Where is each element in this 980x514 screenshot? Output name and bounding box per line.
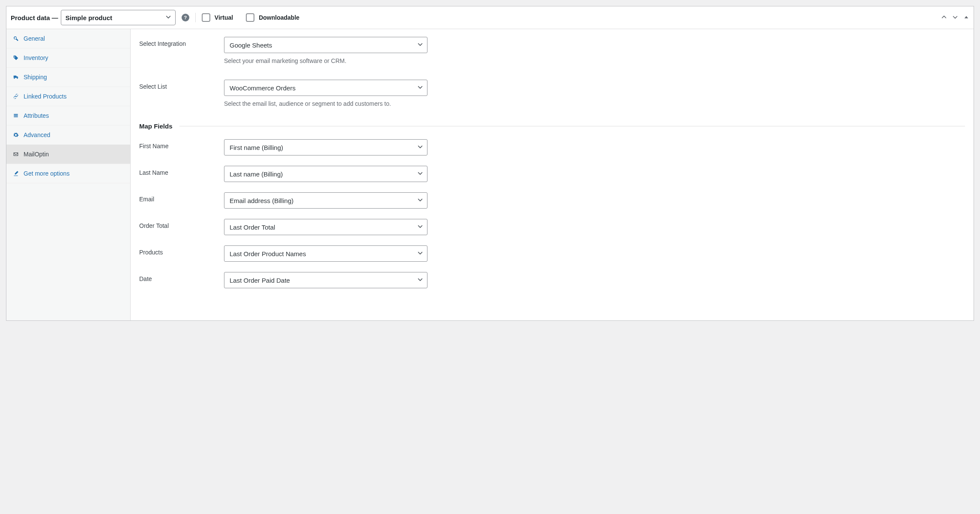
map-field-date-dropdown[interactable]: Last Order Paid Date xyxy=(224,272,427,288)
map-fields-title: Map Fields xyxy=(139,123,173,130)
divider xyxy=(179,126,965,126)
sidebar-item-label: Linked Products xyxy=(24,93,66,100)
sidebar-item-general[interactable]: General xyxy=(6,29,130,48)
mail-icon xyxy=(12,151,19,157)
map-field-first-name-dropdown[interactable]: First name (Billing) xyxy=(224,139,427,155)
virtual-checkbox-group[interactable]: Virtual xyxy=(202,13,233,22)
map-field-label: First Name xyxy=(139,139,224,149)
sidebar-item-label: Get more options xyxy=(24,170,69,177)
sidebar-item-linked-products[interactable]: Linked Products xyxy=(6,87,130,106)
select-list-help: Select the email list, audience or segme… xyxy=(224,100,427,107)
move-down-icon[interactable] xyxy=(952,14,958,21)
product-data-tabs: General Inventory Shipping Linked Produc… xyxy=(6,29,131,320)
sidebar-item-label: General xyxy=(24,35,45,42)
virtual-checkbox[interactable] xyxy=(202,13,210,22)
sidebar-item-inventory[interactable]: Inventory xyxy=(6,48,130,68)
panel-header: Product data — Simple product ? Virtual … xyxy=(6,6,974,29)
downloadable-label: Downloadable xyxy=(259,14,299,21)
help-icon[interactable]: ? xyxy=(182,14,189,21)
map-field-label: Last Name xyxy=(139,166,224,176)
map-field-label: Products xyxy=(139,245,224,256)
map-field-products-dropdown[interactable]: Last Order Product Names xyxy=(224,245,427,262)
sidebar-item-attributes[interactable]: Attributes xyxy=(6,106,130,126)
sidebar-item-advanced[interactable]: Advanced xyxy=(6,126,130,145)
tag-icon xyxy=(12,55,19,61)
sidebar-item-label: MailOptin xyxy=(24,151,49,158)
sidebar-item-label: Shipping xyxy=(24,74,47,81)
wrench-icon xyxy=(12,36,19,42)
sidebar-item-more-options[interactable]: Get more options xyxy=(6,164,130,183)
map-field-label: Email xyxy=(139,192,224,203)
link-icon xyxy=(12,93,19,99)
divider xyxy=(195,13,196,22)
sidebar-item-label: Inventory xyxy=(24,54,48,61)
map-fields-heading: Map Fields xyxy=(139,123,965,130)
collapse-icon[interactable] xyxy=(963,14,969,21)
product-data-panel: Product data — Simple product ? Virtual … xyxy=(6,6,974,321)
truck-icon xyxy=(12,74,19,80)
panel-content: Select Integration Google Sheets Select … xyxy=(131,29,974,320)
select-list-label: Select List xyxy=(139,80,224,90)
virtual-label: Virtual xyxy=(215,14,233,21)
sidebar-item-label: Attributes xyxy=(24,112,49,119)
sidebar-item-shipping[interactable]: Shipping xyxy=(6,68,130,87)
map-field-order-total-dropdown[interactable]: Last Order Total xyxy=(224,219,427,235)
map-field-label: Order Total xyxy=(139,219,224,229)
select-integration-label: Select Integration xyxy=(139,37,224,47)
downloadable-checkbox-group[interactable]: Downloadable xyxy=(246,13,299,22)
sidebar-item-mailoptin[interactable]: MailOptin xyxy=(6,145,130,164)
paint-icon xyxy=(12,170,19,176)
map-field-last-name-dropdown[interactable]: Last name (Billing) xyxy=(224,166,427,182)
map-field-label: Date xyxy=(139,272,224,282)
move-up-icon[interactable] xyxy=(941,14,947,21)
downloadable-checkbox[interactable] xyxy=(246,13,254,22)
map-field-email-dropdown[interactable]: Email address (Billing) xyxy=(224,192,427,209)
sidebar-item-label: Advanced xyxy=(24,131,50,138)
panel-title: Product data — xyxy=(11,14,58,21)
select-integration-help: Select your email marketing software or … xyxy=(224,57,427,64)
select-integration-dropdown[interactable]: Google Sheets xyxy=(224,37,427,53)
gear-icon xyxy=(12,132,19,138)
product-type-select[interactable]: Simple product xyxy=(61,10,176,25)
list-icon xyxy=(12,113,19,119)
select-list-dropdown[interactable]: WooCommerce Orders xyxy=(224,80,427,96)
